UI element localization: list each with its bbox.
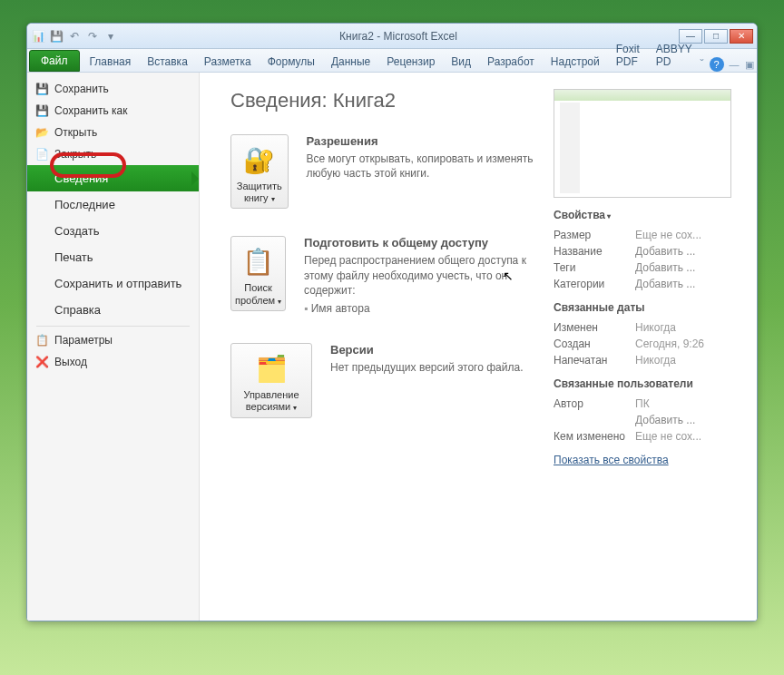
sidebar-new[interactable]: Создать: [27, 218, 199, 244]
window-min-icon[interactable]: —: [730, 59, 740, 70]
window-title: Книга2 - Microsoft Excel: [118, 30, 679, 43]
tab-addins[interactable]: Надстрой: [543, 51, 608, 72]
tab-home[interactable]: Главная: [82, 51, 140, 72]
save-icon: 💾: [34, 82, 49, 96]
sidebar-label: Сохранить как: [54, 104, 127, 117]
versions-icon: 🗂️: [252, 351, 290, 386]
window-restore-icon[interactable]: ▣: [745, 59, 754, 71]
prop-categories[interactable]: КатегорииДобавить ...: [554, 276, 744, 292]
close-doc-icon: 📄: [34, 147, 49, 161]
show-all-properties-link[interactable]: Показать все свойства: [554, 454, 669, 466]
tab-insert[interactable]: Вставка: [139, 51, 196, 72]
permissions-section: 🔐 Защитить книгу▾ Разрешения Все могут о…: [230, 134, 543, 209]
exit-icon: ❌: [34, 355, 49, 369]
sidebar-label: Сохранить: [54, 83, 109, 95]
sidebar-info[interactable]: Сведения: [27, 165, 199, 191]
list-item: Имя автора: [304, 301, 543, 316]
app-window: 📊 💾 ↶ ↷ ▾ Книга2 - Microsoft Excel — □ ✕…: [26, 23, 758, 621]
sidebar-options[interactable]: 📋Параметры: [27, 329, 199, 351]
minimize-ribbon-icon[interactable]: ˇ: [701, 58, 704, 71]
chevron-down-icon: ▾: [293, 404, 297, 412]
prepare-share-section: 📋 Поиск проблем▾ Подготовить к общему до…: [230, 236, 543, 316]
sidebar-label: Закрыть: [54, 148, 96, 161]
tab-developer[interactable]: Разработ: [479, 51, 543, 72]
section-title: Версии: [330, 343, 524, 357]
prepare-text: Подготовить к общему доступу Перед распр…: [304, 236, 543, 316]
close-button[interactable]: ✕: [730, 29, 753, 44]
sidebar-label: Сохранить и отправить: [54, 277, 181, 290]
button-label: Защитить книгу: [237, 181, 282, 203]
saveas-icon: 💾: [34, 103, 49, 118]
info-main-column: Сведения: Книга2 🔐 Защитить книгу▾ Разре…: [230, 89, 543, 611]
tab-data[interactable]: Данные: [323, 51, 378, 72]
options-icon: 📋: [34, 333, 49, 347]
sidebar-label: Параметры: [54, 334, 113, 347]
sidebar-recent[interactable]: Последние: [27, 191, 199, 218]
section-title: Подготовить к общему доступу: [304, 236, 543, 249]
sidebar-help[interactable]: Справка: [27, 297, 199, 323]
tab-formulas[interactable]: Формулы: [260, 51, 323, 72]
sidebar-label: Открыть: [54, 126, 97, 139]
prop-modified: ИзмененНикогда: [554, 319, 744, 336]
tab-file[interactable]: Файл: [29, 50, 80, 72]
backstage-main: Сведения: Книга2 🔐 Защитить книгу▾ Разре…: [200, 73, 757, 621]
document-thumbnail: [554, 89, 731, 198]
prop-created: СозданСегодня, 9:26: [554, 336, 744, 352]
sidebar-close[interactable]: 📄Закрыть: [27, 143, 199, 165]
permissions-text: Разрешения Все могут открывать, копирова…: [307, 134, 543, 181]
sidebar-label: Сведения: [54, 171, 108, 185]
section-body: Нет предыдущих версий этого файла.: [330, 360, 524, 375]
quick-access-toolbar: 📊 💾 ↶ ↷ ▾: [31, 29, 118, 44]
properties-heading[interactable]: Свойства▾: [554, 209, 744, 221]
chevron-down-icon: ▾: [278, 298, 281, 306]
sidebar-separator: [36, 326, 190, 327]
tab-view[interactable]: Вид: [443, 51, 479, 72]
button-label: Поиск проблем: [235, 282, 275, 305]
sidebar-label: Справка: [54, 303, 101, 317]
chevron-down-icon: ▾: [607, 212, 611, 220]
prop-author: АвторПК: [554, 396, 744, 412]
redo-icon[interactable]: ↷: [85, 29, 100, 44]
maximize-button[interactable]: □: [704, 29, 728, 44]
sidebar-save-send[interactable]: Сохранить и отправить: [27, 270, 199, 297]
page-title: Сведения: Книга2: [230, 89, 543, 112]
sidebar-label: Создать: [54, 224, 99, 238]
open-folder-icon: 📂: [34, 125, 49, 140]
section-body: Перед распространением общего доступа к …: [304, 253, 543, 298]
prop-tags[interactable]: ТегиДобавить ...: [554, 259, 744, 276]
help-icon[interactable]: ?: [710, 57, 724, 72]
tab-abbyy[interactable]: ABBYY PD: [648, 38, 701, 72]
tab-foxit[interactable]: Foxit PDF: [608, 38, 648, 72]
checklist-icon: 📋: [240, 244, 278, 279]
sidebar-save[interactable]: 💾Сохранить: [27, 78, 199, 100]
tab-layout[interactable]: Разметка: [196, 51, 260, 72]
save-icon[interactable]: 💾: [49, 29, 64, 44]
prop-add-author[interactable]: Добавить ...: [554, 412, 744, 428]
section-title: Разрешения: [307, 134, 543, 148]
excel-icon: 📊: [31, 29, 45, 44]
backstage-sidebar: 💾Сохранить 💾Сохранить как 📂Открыть 📄Закр…: [27, 73, 200, 621]
properties-column: Свойства▾ РазмерЕще не сох... НазваниеДо…: [554, 89, 744, 611]
sidebar-label: Последние: [54, 198, 115, 211]
sidebar-label: Выход: [54, 356, 87, 368]
qat-dropdown-icon[interactable]: ▾: [103, 29, 118, 44]
check-issues-button[interactable]: 📋 Поиск проблем▾: [230, 236, 286, 310]
prop-changed-by: Кем измененоЕще не сох...: [554, 428, 744, 445]
prop-size: РазмерЕще не сох...: [554, 227, 744, 243]
sidebar-exit[interactable]: ❌Выход: [27, 351, 199, 373]
chevron-down-icon: ▾: [271, 195, 275, 203]
manage-versions-button[interactable]: 🗂️ Управление версиями▾: [230, 343, 312, 417]
sidebar-saveas[interactable]: 💾Сохранить как: [27, 100, 199, 122]
protect-workbook-button[interactable]: 🔐 Защитить книгу▾: [230, 134, 289, 209]
lock-key-icon: 🔐: [240, 142, 279, 177]
versions-section: 🗂️ Управление версиями▾ Версии Нет преды…: [230, 343, 543, 417]
sidebar-print[interactable]: Печать: [27, 244, 199, 270]
backstage-content: 💾Сохранить 💾Сохранить как 📂Открыть 📄Закр…: [27, 73, 757, 621]
undo-icon[interactable]: ↶: [67, 29, 82, 44]
tab-review[interactable]: Рецензир: [378, 51, 443, 72]
button-label: Управление версиями: [243, 389, 299, 412]
sidebar-open[interactable]: 📂Открыть: [27, 122, 199, 143]
ribbon-tabs: Файл Главная Вставка Разметка Формулы Да…: [27, 49, 757, 73]
versions-text: Версии Нет предыдущих версий этого файла…: [330, 343, 524, 375]
prop-title[interactable]: НазваниеДобавить ...: [554, 243, 744, 259]
